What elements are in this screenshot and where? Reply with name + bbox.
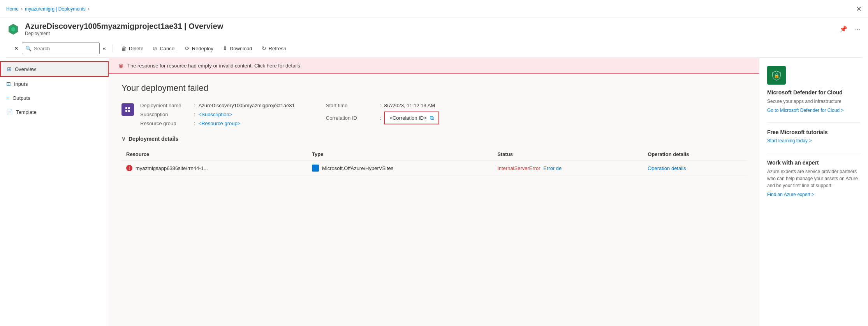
sidebar: ⊞ Overview ⊡ Inputs ≡ Outputs 📄 Template bbox=[0, 58, 109, 326]
col-header-type: Type bbox=[307, 148, 493, 161]
col-header-status: Status bbox=[493, 148, 643, 161]
info-sep-2: : bbox=[194, 112, 195, 117]
refresh-icon: ↻ bbox=[262, 45, 266, 51]
sidebar-item-label-outputs: Outputs bbox=[12, 95, 30, 101]
close-button[interactable]: ✕ bbox=[856, 5, 862, 13]
info-sep-1: : bbox=[194, 103, 195, 108]
resource-table: Resource Type Status Operation details !… bbox=[121, 148, 747, 176]
svg-text:🔒: 🔒 bbox=[774, 73, 780, 78]
error-details-link[interactable]: Error de bbox=[543, 165, 562, 171]
delete-label: Delete bbox=[129, 46, 144, 51]
expert-section: Work with an expert Azure experts are se… bbox=[767, 159, 860, 197]
page-subtitle: Deployment bbox=[25, 31, 833, 36]
cancel-label: Cancel bbox=[160, 46, 175, 51]
error-banner-icon: ⊗ bbox=[118, 62, 123, 69]
correlation-id-label: Correlation ID bbox=[326, 115, 377, 121]
subscription-label: Subscription bbox=[140, 112, 191, 117]
table-row: ! myazmigsapp6386site/rrn44-1... Microso… bbox=[121, 161, 747, 176]
delete-button[interactable]: 🗑 Delete bbox=[117, 43, 148, 54]
resource-group-row: Resource group : <Resource group> bbox=[140, 120, 295, 126]
resource-group-link[interactable]: <Resource group> bbox=[199, 120, 241, 126]
sidebar-item-outputs[interactable]: ≡ Outputs bbox=[0, 91, 109, 105]
sidebar-item-label-inputs: Inputs bbox=[14, 81, 28, 87]
copy-correlation-id-button[interactable]: ⧉ bbox=[430, 115, 434, 121]
content-area: ⊗ The response for resource had empty or… bbox=[109, 58, 759, 326]
resource-cell: ! myazmigsapp6386site/rrn44-1... bbox=[126, 165, 303, 171]
download-label: Download bbox=[230, 46, 252, 51]
outputs-icon: ≡ bbox=[6, 95, 9, 101]
right-panel: 🔒 Microsoft Defender for Cloud Secure yo… bbox=[759, 58, 868, 326]
svg-rect-3 bbox=[125, 107, 127, 109]
subscription-link[interactable]: <Subscription> bbox=[199, 112, 232, 117]
tutorials-link[interactable]: Start learning today > bbox=[767, 138, 812, 144]
svg-rect-5 bbox=[125, 110, 127, 112]
refresh-button[interactable]: ↻ Refresh bbox=[258, 43, 291, 54]
collapse-sidebar-button[interactable]: ✕ bbox=[12, 44, 20, 53]
breadcrumb: Home › myazuremigrg | Deployments › bbox=[6, 6, 90, 12]
overview-icon: ⊞ bbox=[7, 66, 12, 72]
delete-icon: 🗑 bbox=[121, 45, 127, 51]
resource-group-label: Resource group bbox=[140, 120, 191, 126]
breadcrumb-home[interactable]: Home bbox=[6, 6, 19, 12]
pin-button[interactable]: 📌 bbox=[838, 24, 849, 34]
search-input[interactable] bbox=[34, 46, 96, 51]
expert-heading: Work with an expert bbox=[767, 159, 860, 166]
sidebar-item-template[interactable]: 📄 Template bbox=[0, 105, 109, 119]
start-time-value: 8/7/2023, 11:12:13 AM bbox=[384, 103, 435, 108]
defender-icon: 🔒 bbox=[767, 66, 786, 85]
correlation-id-box: <Correlation ID> ⧉ bbox=[384, 112, 439, 124]
type-cell: Microsoft.OffAzure/HyperVSites bbox=[312, 165, 488, 172]
resource-type: Microsoft.OffAzure/HyperVSites bbox=[322, 165, 393, 171]
header-actions: 📌 ··· bbox=[838, 24, 862, 34]
sidebar-item-label-template: Template bbox=[16, 109, 37, 115]
defender-text: Secure your apps and infrastructure bbox=[767, 98, 860, 105]
deployment-name-row: Deployment name : AzureDiscovery1005myaz… bbox=[140, 103, 295, 108]
page-header: AzureDiscovery1005myazmigproject1ae31 | … bbox=[0, 18, 868, 58]
error-banner-message: The response for resource had empty or i… bbox=[127, 63, 300, 69]
defender-section: 🔒 Microsoft Defender for Cloud Secure yo… bbox=[767, 66, 860, 113]
cancel-button[interactable]: ⊘ Cancel bbox=[149, 43, 179, 54]
collapse-button[interactable]: « bbox=[101, 44, 107, 53]
deployment-icon-row: Deployment name : AzureDiscovery1005myaz… bbox=[121, 103, 295, 126]
redeploy-icon: ⟳ bbox=[185, 45, 190, 51]
more-button[interactable]: ··· bbox=[854, 24, 862, 34]
cancel-icon: ⊘ bbox=[153, 45, 157, 51]
panel-divider-2 bbox=[767, 153, 860, 153]
download-button[interactable]: ⬇ Download bbox=[219, 43, 256, 54]
redeploy-button[interactable]: ⟳ Redeploy bbox=[181, 43, 217, 54]
col-header-operation: Operation details bbox=[643, 148, 747, 161]
defender-link[interactable]: Go to Microsoft Defender for Cloud > bbox=[767, 108, 843, 113]
page-title: AzureDiscovery1005myazmigproject1ae31 | … bbox=[25, 22, 833, 31]
sidebar-item-inputs[interactable]: ⊡ Inputs bbox=[0, 77, 109, 91]
download-icon: ⬇ bbox=[223, 45, 227, 51]
deployment-details-section: ∨ Deployment details Resource Type Statu… bbox=[121, 136, 747, 176]
search-icon: 🔍 bbox=[25, 46, 32, 51]
error-banner[interactable]: ⊗ The response for resource had empty or… bbox=[109, 58, 759, 74]
main-layout: ⊞ Overview ⊡ Inputs ≡ Outputs 📄 Template… bbox=[0, 58, 868, 326]
toolbar: ✕ 🔍 « 🗑 Delete ⊘ Cancel ⟳ Redeploy ⬇ Dow… bbox=[6, 39, 862, 58]
page-title-block: AzureDiscovery1005myazmigproject1ae31 | … bbox=[25, 22, 833, 36]
tutorials-heading: Free Microsoft tutorials bbox=[767, 129, 860, 135]
page-icon bbox=[6, 22, 20, 36]
expert-link[interactable]: Find an Azure expert > bbox=[767, 192, 814, 197]
info-left: Deployment name : AzureDiscovery1005myaz… bbox=[121, 103, 295, 126]
breadcrumb-parent[interactable]: myazuremigrg | Deployments bbox=[25, 6, 86, 12]
top-bar: Home › myazuremigrg | Deployments › ✕ bbox=[0, 0, 868, 18]
breadcrumb-sep-1: › bbox=[21, 6, 23, 12]
deployment-name-value: AzureDiscovery1005myazmigproject1ae31 bbox=[199, 103, 295, 108]
operation-details-link[interactable]: Operation details bbox=[648, 165, 686, 171]
details-header[interactable]: ∨ Deployment details bbox=[121, 136, 747, 142]
correlation-id-row: Correlation ID : <Correlation ID> ⧉ bbox=[326, 112, 439, 124]
start-time-label: Start time bbox=[326, 103, 377, 108]
info-sep-3: : bbox=[194, 120, 195, 126]
info-col: Deployment name : AzureDiscovery1005myaz… bbox=[140, 103, 295, 126]
resource-name: myazmigsapp6386site/rrn44-1... bbox=[136, 165, 208, 171]
inputs-icon: ⊡ bbox=[6, 81, 11, 87]
search-box[interactable]: 🔍 bbox=[22, 43, 100, 54]
info-sep-4: : bbox=[380, 103, 381, 108]
sidebar-item-overview[interactable]: ⊞ Overview bbox=[0, 61, 109, 77]
sidebar-item-label-overview: Overview bbox=[15, 66, 36, 72]
col-header-resource: Resource bbox=[121, 148, 307, 161]
chevron-down-icon: ∨ bbox=[121, 136, 125, 142]
deployment-failed-title: Your deployment failed bbox=[121, 83, 747, 93]
